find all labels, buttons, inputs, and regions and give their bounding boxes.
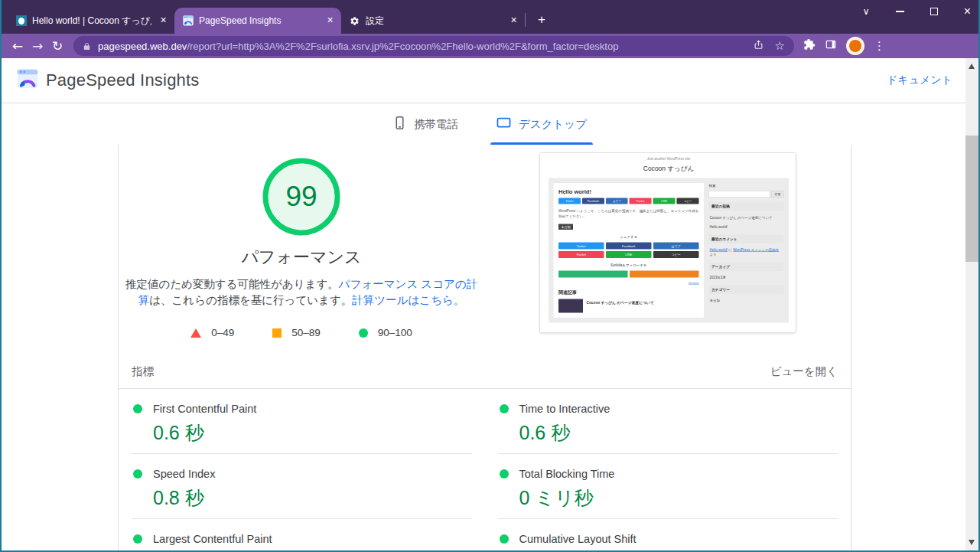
- tab-mobile[interactable]: 携帯電話: [392, 103, 460, 145]
- url-path: /report?url=http%3A%2F%2Fsurlofia.xsrv.j…: [187, 41, 618, 52]
- share-icon[interactable]: [753, 39, 764, 54]
- phone-icon: [393, 116, 406, 132]
- tab-close-icon[interactable]: ×: [324, 15, 337, 28]
- address-bar[interactable]: pagespeed.web.dev/report?url=http%3A%2F%…: [73, 36, 794, 56]
- mini-category-tag: 未分類: [558, 224, 573, 230]
- mini-share-label: シェアする: [558, 235, 699, 240]
- mini-facebook-button: Facebook: [606, 243, 652, 250]
- tab-title: PageSpeed Insights: [199, 15, 318, 26]
- browser-toolbar: ← → ↻ pagespeed.web.dev/report?url=http%…: [0, 34, 980, 58]
- metric-value: 0.6 秒: [153, 420, 472, 446]
- pagespeed-favicon-icon: [182, 15, 194, 27]
- mini-credit-link: Surlofia: [558, 281, 699, 285]
- window-maximize-button[interactable]: [930, 8, 938, 15]
- tab-desktop-label: デスクトップ: [519, 117, 587, 132]
- metric-label: Speed Index: [153, 468, 215, 480]
- extensions-puzzle-icon[interactable]: [803, 38, 816, 54]
- scrollbar-up-arrow-icon[interactable]: [969, 64, 975, 69]
- browser-tab-settings[interactable]: 設定 ×: [341, 8, 525, 34]
- mini-twitter-button: Twitter: [558, 243, 604, 250]
- url-text: pagespeed.web.dev/report?url=http%3A%2F%…: [98, 41, 618, 52]
- bookmark-star-icon[interactable]: ☆: [775, 39, 785, 53]
- performance-score-section: 99 パフォーマンス 推定値のため変動する可能性があります。パフォーマンス スコ…: [119, 145, 484, 338]
- mini-category-header: カテゴリー: [708, 286, 783, 295]
- tab-title: Hello world! | Cocoon すっぴん: [32, 15, 151, 28]
- browser-tab-pagespeed[interactable]: PageSpeed Insights ×: [174, 8, 341, 34]
- lock-icon: [83, 41, 91, 51]
- mini-recent-posts-header: 最近の投稿: [708, 202, 783, 211]
- mini-share-grid: Twitter Facebook はてブ Pocket LINE コピー: [558, 243, 699, 259]
- metric-label: Total Blocking Time: [519, 468, 615, 480]
- orange-square-icon: [272, 328, 282, 338]
- tab-close-icon[interactable]: ×: [157, 15, 170, 28]
- legend-item-fail: 0–49: [190, 327, 234, 338]
- reload-icon[interactable]: ↻: [47, 38, 67, 54]
- metric-label: Largest Contentful Paint: [153, 533, 272, 545]
- page-title: PageSpeed Insights: [46, 70, 200, 90]
- tab-close-icon[interactable]: ×: [507, 15, 520, 28]
- score-description: 推定値のため変動する可能性があります。パフォーマンス スコアの計算は、これらの指…: [124, 276, 479, 309]
- metrics-title: 指標: [132, 364, 154, 379]
- metric-label: Cumulative Layout Shift: [519, 533, 637, 545]
- metric-largest-contentful-paint: Largest Contentful Paint 0.8 秒: [132, 519, 472, 550]
- documentation-link[interactable]: ドキュメント: [887, 73, 952, 87]
- mini-related-label: 関連記事: [558, 289, 699, 296]
- device-tab-bar: 携帯電話 デスクトップ: [2, 103, 978, 145]
- metric-speed-index: Speed Index 0.8 秒: [132, 454, 472, 519]
- scrollbar-down-arrow-icon[interactable]: [969, 540, 975, 545]
- psi-header: PageSpeed Insights ドキュメント: [2, 58, 978, 103]
- mini-hatebu-button: はてブ: [605, 198, 627, 204]
- mini-article: Hello world! Twitter Facebook はてブ Pocket…: [553, 183, 704, 318]
- green-dot-icon: [133, 404, 142, 413]
- report-card: 99 パフォーマンス 推定値のため変動する可能性があります。パフォーマンス スコ…: [118, 145, 851, 550]
- tab-desktop[interactable]: デスクトップ: [495, 103, 588, 145]
- mini-comment: Hello world! に WordPress コメントの投稿者 より: [708, 247, 783, 258]
- green-dot-icon: [133, 469, 142, 479]
- legend-range: 0–49: [211, 327, 234, 338]
- page-scrollbar[interactable]: [965, 58, 978, 550]
- window-close-button[interactable]: ×: [964, 8, 971, 15]
- green-dot-icon: [500, 534, 509, 544]
- mini-copy-button: コピー: [653, 251, 699, 258]
- kebab-menu-icon[interactable]: ⋮: [874, 39, 885, 53]
- tab-title: 設定: [366, 15, 502, 28]
- side-panel-icon[interactable]: [825, 38, 837, 54]
- mini-archive-header: アーカイブ: [708, 263, 783, 272]
- back-icon[interactable]: ←: [8, 38, 28, 54]
- legend-range: 50–89: [291, 327, 321, 338]
- mini-related-thumbnail: [558, 299, 583, 313]
- gear-icon: [349, 15, 360, 27]
- mini-recent-comments-header: 最近のコメント: [708, 235, 783, 244]
- green-dot-icon: [500, 469, 509, 479]
- legend-range: 90–100: [378, 327, 412, 338]
- score-desc-text-2: は、これらの指標を基に行っています。: [149, 294, 352, 306]
- scrollbar-thumb[interactable]: [965, 136, 978, 262]
- metric-label: First Contentful Paint: [153, 403, 256, 415]
- mini-follow-row: [558, 271, 699, 278]
- mini-archive-item: 2023年3月: [708, 274, 783, 281]
- mini-line-button: LINE: [606, 251, 652, 258]
- mini-category-item: 未分類: [708, 297, 783, 304]
- window-menu-chevron-icon[interactable]: ∨: [863, 6, 870, 17]
- mini-recent-post: Cocoon すっぴん のページ速度について: [708, 214, 783, 220]
- open-view-link[interactable]: ビューを開く: [770, 364, 838, 379]
- forward-icon[interactable]: →: [28, 38, 47, 54]
- calc-tool-link[interactable]: 計算ツールはこちら。: [352, 294, 464, 306]
- window-minimize-button[interactable]: [896, 11, 904, 12]
- mini-search-button: 検索: [771, 191, 783, 198]
- page-screenshot-thumbnail[interactable]: Just another WordPress site Cocoon すっぴん …: [539, 152, 796, 333]
- mini-recent-post: Hello world!: [708, 224, 783, 230]
- browser-tab-hello-world[interactable]: Hello world! | Cocoon すっぴん ×: [8, 8, 174, 34]
- performance-score-value: 99: [262, 157, 341, 237]
- tab-mobile-label: 携帯電話: [414, 117, 458, 132]
- url-domain: pagespeed.web.dev: [98, 41, 187, 52]
- site-favicon-icon: [15, 15, 27, 27]
- new-tab-button[interactable]: +: [532, 10, 552, 30]
- performance-gauge[interactable]: 99: [262, 157, 341, 237]
- metric-label: Time to Interactive: [519, 403, 610, 415]
- legend-item-pass: 90–100: [359, 327, 412, 338]
- mini-follow-label: Surlofiaをフォローする: [558, 263, 699, 269]
- profile-avatar[interactable]: [846, 37, 864, 55]
- mini-rss-button: [630, 271, 699, 278]
- metric-total-blocking-time: Total Blocking Time 0 ミリ秒: [498, 454, 838, 519]
